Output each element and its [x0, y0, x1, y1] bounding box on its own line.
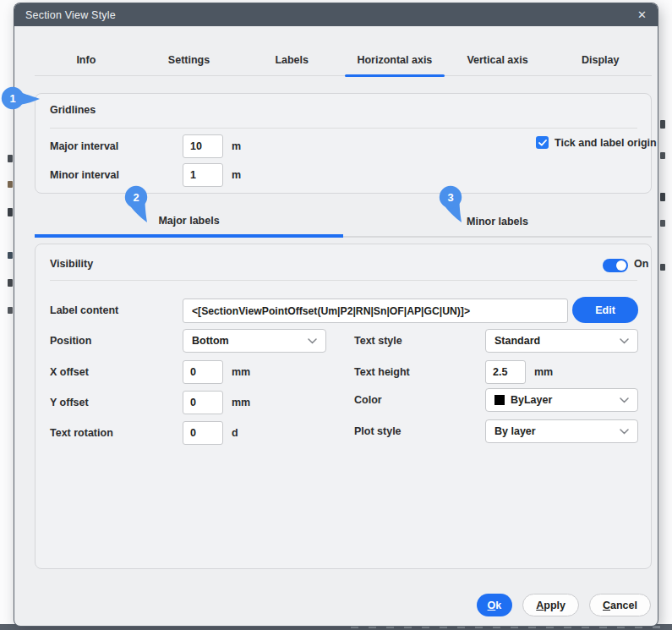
y-offset-unit: mm: [232, 397, 250, 408]
text-style-select[interactable]: Standard: [485, 329, 638, 353]
background-artifact: [660, 264, 665, 271]
close-icon[interactable]: ✕: [637, 9, 647, 20]
position-label: Position: [50, 335, 91, 347]
chevron-down-icon: [620, 338, 629, 344]
major-labels-panel: Visibility On Label content Edit Positio…: [35, 244, 652, 569]
titlebar[interactable]: Section View Style ✕: [14, 3, 658, 26]
visibility-label: Visibility: [50, 258, 93, 270]
plot-style-label: Plot style: [354, 425, 402, 437]
background-artifact: [660, 220, 665, 227]
y-offset-label: Y offset: [50, 397, 89, 408]
text-height-input[interactable]: [485, 360, 526, 384]
callout-2-number: 2: [133, 191, 139, 204]
color-swatch: [494, 395, 505, 405]
dialog-title: Section View Style: [25, 9, 116, 21]
tab-settings[interactable]: Settings: [138, 42, 241, 75]
visibility-toggle[interactable]: [603, 259, 628, 272]
background-artifact: [8, 181, 13, 188]
tab-labels[interactable]: Labels: [240, 42, 343, 75]
cancel-button[interactable]: Cancel: [589, 594, 651, 616]
tab-bar: Info Settings Labels Horizontal axis Ver…: [35, 42, 652, 76]
tab-display[interactable]: Display: [549, 42, 652, 75]
color-select[interactable]: ByLayer: [485, 388, 638, 412]
apply-button-label: Apply: [536, 600, 565, 611]
text-height-unit: mm: [534, 366, 553, 378]
position-select[interactable]: Bottom: [183, 329, 326, 353]
minor-interval-input[interactable]: [183, 163, 223, 187]
callout-3: 3: [439, 185, 467, 226]
background-artifact: [660, 120, 665, 129]
tick-origin-checkbox[interactable]: [536, 136, 549, 149]
text-height-label: Text height: [354, 366, 410, 378]
text-rotation-input[interactable]: [183, 421, 223, 445]
x-offset-label: X offset: [50, 366, 89, 378]
ok-button[interactable]: Ok: [477, 594, 513, 616]
x-offset-input[interactable]: [183, 360, 223, 384]
background-statusbar-text: [351, 626, 664, 628]
text-style-label: Text style: [354, 335, 402, 347]
apply-button[interactable]: Apply: [522, 594, 579, 616]
background-artifact: [8, 252, 13, 259]
background-artifact: [660, 193, 665, 201]
x-offset-unit: mm: [232, 366, 250, 378]
check-icon: [538, 140, 547, 146]
plot-style-value: By layer: [494, 425, 536, 437]
toggle-knob-icon: [616, 260, 626, 271]
visibility-state: On: [634, 258, 648, 270]
chevron-down-icon: [620, 429, 629, 435]
tab-vertical-axis[interactable]: Vertical axis: [446, 42, 549, 75]
position-value: Bottom: [192, 335, 229, 347]
color-value-text: ByLayer: [511, 394, 552, 406]
text-style-value: Standard: [494, 335, 540, 347]
edit-button[interactable]: Edit: [572, 297, 638, 323]
subtab-minor-labels[interactable]: Minor labels: [343, 206, 652, 238]
screenshot-root: Section View Style ✕ Info Settings Label…: [0, 0, 672, 630]
callout-1: 1: [1, 85, 41, 114]
dialog-footer: Ok Apply Cancel: [477, 594, 651, 616]
text-rotation-unit: d: [232, 427, 238, 439]
label-content-input[interactable]: [183, 299, 568, 323]
chevron-down-icon: [308, 338, 317, 344]
subtab-major-labels[interactable]: Major labels: [35, 206, 343, 238]
gridlines-group-title: Gridlines: [50, 104, 96, 116]
gridlines-group: Gridlines Major interval m Tick and labe…: [35, 93, 652, 194]
section-view-style-dialog: Section View Style ✕ Info Settings Label…: [14, 3, 658, 626]
major-interval-label: Major interval: [50, 140, 118, 152]
tab-horizontal-axis[interactable]: Horizontal axis: [343, 42, 446, 75]
background-artifact: [8, 307, 13, 314]
divider: [50, 280, 637, 281]
label-content-label: Label content: [50, 304, 118, 316]
ok-button-label: Ok: [488, 600, 502, 611]
text-rotation-label: Text rotation: [50, 427, 113, 439]
plot-style-select[interactable]: By layer: [485, 419, 638, 443]
minor-interval-label: Minor interval: [50, 169, 119, 181]
tick-origin-label: Tick and label origin: [555, 137, 657, 149]
callout-2: 2: [124, 185, 153, 226]
background-artifact: [8, 208, 13, 216]
background-artifact: [8, 155, 13, 162]
divider: [50, 128, 637, 129]
y-offset-input[interactable]: [183, 391, 223, 414]
color-label: Color: [354, 394, 382, 406]
major-interval-input[interactable]: [183, 134, 223, 158]
background-artifact: [8, 279, 13, 287]
callout-3-number: 3: [447, 191, 453, 204]
background-artifact: [660, 152, 665, 159]
tab-info[interactable]: Info: [35, 42, 138, 75]
color-value: ByLayer: [494, 394, 552, 406]
chevron-down-icon: [620, 397, 629, 403]
cancel-button-label: Cancel: [603, 600, 637, 611]
major-interval-unit: m: [232, 140, 241, 152]
minor-interval-unit: m: [232, 169, 241, 181]
callout-1-number: 1: [9, 92, 15, 105]
